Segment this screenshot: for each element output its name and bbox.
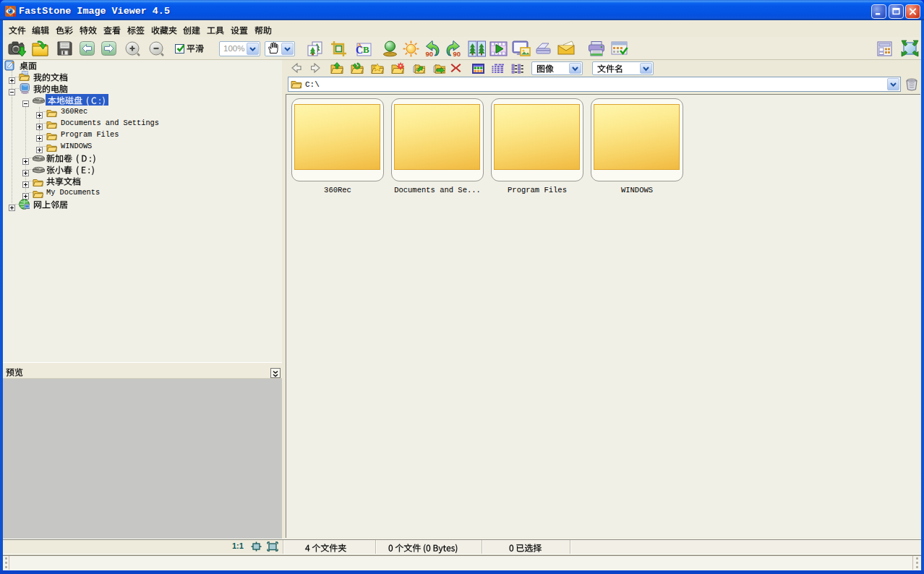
svg-text:90: 90 [426, 50, 434, 57]
svg-text:C: C [356, 45, 363, 56]
svg-text:B: B [363, 44, 369, 55]
svg-text:90: 90 [453, 50, 461, 57]
